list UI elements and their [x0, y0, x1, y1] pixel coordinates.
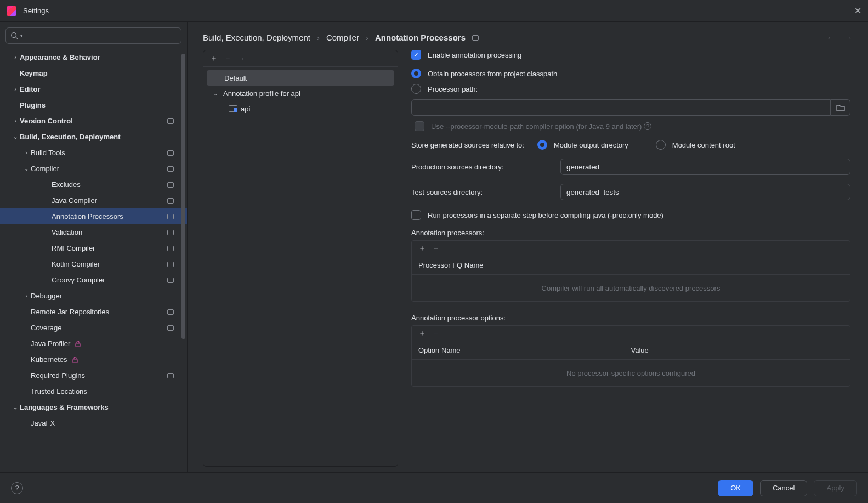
- obtain-classpath-radio[interactable]: [411, 69, 421, 78]
- processor-path-input[interactable]: [411, 99, 831, 116]
- use-module-path-label: Use --processor-module-path compiler opt…: [431, 122, 642, 131]
- settings-tree[interactable]: ›Appearance & BehaviorKeymap›EditorPlugi…: [0, 49, 187, 472]
- profile-module-api[interactable]: api: [207, 101, 394, 116]
- svg-line-1: [16, 37, 18, 39]
- profile-label: Default: [224, 74, 247, 82]
- processor-path-label: Processor path:: [428, 85, 478, 93]
- test-sources-input[interactable]: [560, 184, 850, 200]
- nav-forward-icon[interactable]: →: [844, 33, 853, 42]
- module-content-radio[interactable]: [656, 140, 666, 150]
- profile-api[interactable]: ⌄ Annotation profile for api: [207, 86, 394, 101]
- nav-back-icon[interactable]: ←: [826, 33, 835, 42]
- processor-path-radio[interactable]: [411, 84, 421, 94]
- sidebar-item[interactable]: Keymap: [0, 65, 187, 81]
- sidebar-item[interactable]: Java Profiler: [0, 336, 187, 352]
- sidebar-item-label: Compiler: [31, 165, 59, 173]
- opt-empty-text: No processor-specific options configured: [412, 360, 850, 386]
- sidebar-item[interactable]: ⌄Compiler: [0, 161, 187, 177]
- sidebar-item-label: Kotlin Compiler: [52, 260, 100, 268]
- chevron-icon: ›: [11, 54, 20, 60]
- sidebar-item-label: Languages & Frameworks: [20, 403, 109, 411]
- add-icon[interactable]: ＋: [418, 329, 426, 338]
- sidebar-item[interactable]: Remote Jar Repositories: [0, 304, 187, 320]
- sidebar-item[interactable]: JavaFX: [0, 415, 187, 431]
- sidebar-item-label: Build, Execution, Deployment: [20, 133, 120, 141]
- chevron-down-icon: ⌄: [213, 91, 223, 97]
- sidebar-item-label: Coverage: [31, 324, 61, 332]
- sidebar-item-label: Annotation Processors: [52, 212, 123, 221]
- separate-step-label: Run processors in a separate step before…: [428, 211, 663, 219]
- sidebar-item-label: Validation: [52, 228, 82, 236]
- profile-label: Annotation profile for api: [223, 89, 300, 98]
- sidebar-item-label: Debugger: [31, 292, 62, 300]
- project-scope-icon: [167, 214, 174, 219]
- sidebar-item-label: Build Tools: [31, 149, 65, 157]
- close-icon[interactable]: ✕: [854, 5, 861, 16]
- sidebar-item-label: Trusted Locations: [31, 387, 87, 395]
- sidebar-item[interactable]: RMI Compiler: [0, 240, 187, 256]
- sidebar-item[interactable]: Groovy Compiler: [0, 272, 187, 288]
- enable-ap-checkbox[interactable]: ✓: [411, 50, 421, 60]
- module-output-radio[interactable]: [537, 140, 547, 150]
- sidebar-item[interactable]: Annotation Processors: [0, 208, 187, 224]
- svg-rect-3: [73, 359, 77, 363]
- sidebar-item-label: Remote Jar Repositories: [31, 308, 109, 316]
- ap-table: ＋ − Processor FQ Name Compiler will run …: [411, 240, 850, 302]
- sidebar-item[interactable]: Trusted Locations: [0, 383, 187, 399]
- sidebar-item[interactable]: Validation: [0, 224, 187, 240]
- cancel-button[interactable]: Cancel: [760, 480, 807, 496]
- add-icon[interactable]: ＋: [210, 54, 218, 64]
- sidebar-item[interactable]: Java Compiler: [0, 193, 187, 208]
- sidebar-item[interactable]: Plugins: [0, 97, 187, 113]
- sidebar-item[interactable]: Kubernetes: [0, 352, 187, 368]
- separate-step-checkbox[interactable]: [411, 210, 421, 220]
- profile-default[interactable]: Default: [207, 70, 394, 86]
- breadcrumb-item[interactable]: Compiler: [326, 33, 359, 42]
- add-icon[interactable]: ＋: [418, 244, 426, 253]
- help-icon[interactable]: ?: [644, 122, 651, 130]
- sidebar-item-label: JavaFX: [31, 419, 55, 427]
- remove-icon[interactable]: −: [225, 54, 230, 63]
- dialog-footer: ? OK Cancel Apply: [0, 472, 868, 503]
- ap-empty-text: Compiler will run all automatically disc…: [412, 275, 850, 301]
- sidebar-item-label: Plugins: [20, 101, 46, 109]
- project-scope-icon: [167, 373, 174, 378]
- sidebar-item[interactable]: ⌄Languages & Frameworks: [0, 399, 187, 415]
- prod-sources-input[interactable]: [560, 159, 850, 175]
- lock-icon: [75, 341, 81, 347]
- help-button[interactable]: ?: [11, 482, 23, 494]
- sidebar-item[interactable]: ›Editor: [0, 81, 187, 97]
- sidebar-item[interactable]: ›Debugger: [0, 288, 187, 304]
- sidebar-item[interactable]: Excludes: [0, 177, 187, 193]
- sidebar-item[interactable]: Required Plugins: [0, 368, 187, 383]
- project-scope-icon: [167, 262, 174, 267]
- opt-section-label: Annotation processor options:: [411, 314, 850, 322]
- sidebar-item[interactable]: Kotlin Compiler: [0, 256, 187, 272]
- annotation-processor-form: ✓ Enable annotation processing Obtain pr…: [411, 50, 853, 467]
- lock-icon: [72, 357, 78, 363]
- move-to-icon: →: [237, 54, 245, 63]
- chevron-icon: ⌄: [22, 166, 31, 172]
- opt-col-value: Value: [631, 346, 844, 354]
- breadcrumb: Build, Execution, Deployment › Compiler …: [188, 22, 868, 50]
- sidebar-item[interactable]: ›Version Control: [0, 113, 187, 129]
- sidebar-item-label: Version Control: [20, 117, 73, 125]
- sidebar-item-label: Kubernetes: [31, 355, 67, 364]
- sidebar-item[interactable]: ⌄Build, Execution, Deployment: [0, 129, 187, 145]
- sidebar-item[interactable]: Coverage: [0, 320, 187, 336]
- window-title: Settings: [23, 7, 49, 15]
- browse-folder-icon[interactable]: [831, 99, 850, 116]
- sidebar-item[interactable]: ›Build Tools: [0, 145, 187, 161]
- breadcrumb-item[interactable]: Build, Execution, Deployment: [203, 33, 310, 42]
- sidebar-item-label: RMI Compiler: [52, 244, 95, 252]
- sidebar-item-label: Groovy Compiler: [52, 276, 105, 284]
- search-input[interactable]: ▾: [5, 27, 181, 44]
- sidebar-item-label: Java Profiler: [31, 340, 70, 348]
- ok-button[interactable]: OK: [718, 480, 753, 496]
- project-scope-icon: [167, 182, 174, 188]
- sidebar-item[interactable]: ›Appearance & Behavior: [0, 49, 187, 65]
- module-output-label: Module output directory: [554, 141, 628, 149]
- ap-section-label: Annotation processors:: [411, 229, 850, 237]
- sidebar-scrollbar[interactable]: [181, 54, 185, 472]
- chevron-icon: ⌄: [11, 134, 20, 140]
